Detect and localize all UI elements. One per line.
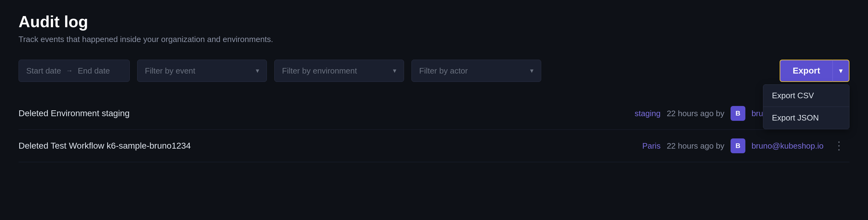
filters-row: Start date → End date Filter by event ▾ …: [19, 60, 849, 82]
export-chevron-icon: ▾: [839, 66, 843, 75]
date-arrow-icon: →: [66, 67, 73, 75]
filter-env-label: Filter by environment: [282, 66, 357, 76]
log-env-tag: staging: [629, 109, 660, 118]
log-entry-title: Deleted Test Workflow k6-sample-bruno123…: [19, 141, 629, 151]
date-range-filter[interactable]: Start date → End date: [19, 60, 130, 82]
page-subtitle: Track events that happened inside your o…: [19, 35, 849, 44]
export-dropdown: Export CSV Export JSON: [763, 84, 849, 129]
log-user-email: bruno@kubeshop.io: [751, 141, 824, 151]
log-entry-title: Deleted Environment staging: [19, 108, 629, 118]
avatar: B: [731, 106, 745, 121]
filter-by-event[interactable]: Filter by event ▾: [137, 60, 267, 82]
log-entry-meta: Paris 22 hours ago by B bruno@kubeshop.i…: [629, 138, 824, 153]
chevron-down-icon: ▾: [393, 67, 396, 75]
log-time: 22 hours ago by: [666, 141, 724, 151]
end-date-label: End date: [78, 66, 110, 76]
export-chevron-button[interactable]: ▾: [833, 60, 849, 82]
filter-actor-label: Filter by actor: [419, 66, 468, 76]
filter-event-label: Filter by event: [145, 66, 195, 76]
export-csv-item[interactable]: Export CSV: [763, 85, 849, 106]
start-date-label: Start date: [26, 66, 61, 76]
avatar: B: [731, 138, 745, 153]
log-env-tag: Paris: [629, 141, 660, 151]
chevron-down-icon: ▾: [530, 67, 533, 75]
export-json-item[interactable]: Export JSON: [763, 107, 849, 129]
log-entry: Deleted Environment staging staging 22 h…: [19, 97, 849, 130]
log-time: 22 hours ago by: [666, 109, 724, 118]
log-entries: Deleted Environment staging staging 22 h…: [19, 97, 849, 162]
export-container: Export ▾ Export CSV Export JSON: [780, 60, 849, 82]
page-title: Audit log: [19, 12, 849, 31]
page-container: Audit log Track events that happened ins…: [0, 0, 868, 175]
chevron-down-icon: ▾: [256, 67, 259, 75]
more-options-button[interactable]: ⋮: [829, 139, 849, 152]
filter-by-actor[interactable]: Filter by actor ▾: [411, 60, 541, 82]
log-entry: Deleted Test Workflow k6-sample-bruno123…: [19, 130, 849, 162]
filter-by-environment[interactable]: Filter by environment ▾: [274, 60, 404, 82]
export-button[interactable]: Export: [780, 60, 833, 82]
